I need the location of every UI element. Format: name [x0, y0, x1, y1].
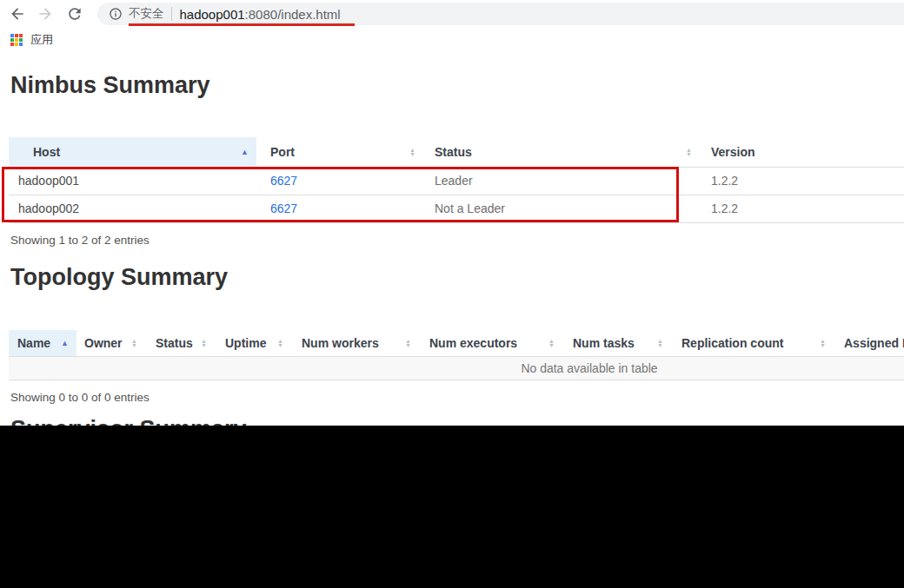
version-cell: 1.2.2 [702, 195, 904, 222]
column-header-uptime[interactable]: Uptime ▲▼ [217, 330, 294, 356]
column-header-status[interactable]: Status ▲▼ [426, 137, 702, 167]
no-data-message: No data available in table [9, 356, 904, 380]
apps-label: 应用 [30, 32, 53, 48]
address-bar[interactable]: 不安全 hadoop001:8080/index.html [97, 3, 904, 25]
apps-grid-icon [10, 34, 23, 46]
column-header-owner[interactable]: Owner ▲▼ [76, 330, 148, 356]
forward-button[interactable] [35, 3, 56, 24]
version-cell: 1.2.2 [702, 167, 904, 195]
column-header-num-tasks[interactable]: Num tasks ▲▼ [565, 330, 674, 356]
apps-shortcut[interactable]: 应用 [10, 32, 53, 48]
sort-icon: ▲▼ [405, 338, 411, 347]
topology-entries-info: Showing 0 to 0 of 0 entries [10, 391, 150, 404]
sort-icon: ▲▼ [277, 338, 283, 347]
nimbus-entries-info: Showing 1 to 2 of 2 entries [10, 234, 150, 247]
column-header-version[interactable]: Version [702, 137, 904, 167]
browser-window: 不安全 hadoop001:8080/index.html 应用 Nimbus … [0, 0, 904, 588]
blackout-region [0, 426, 904, 588]
column-header-num-workers[interactable]: Num workers ▲▼ [294, 330, 422, 356]
column-header-assigned-mem[interactable]: Assigned Mem (MB) [836, 330, 904, 356]
not-secure-label: 不安全 [129, 6, 164, 22]
info-icon[interactable] [109, 7, 123, 21]
nimbus-header-row: Host ▲ Port ▲▼ Status ▲▼ Version [9, 137, 904, 167]
column-header-replication-count[interactable]: Replication count ▲▼ [674, 330, 836, 356]
annotation-url-underline [129, 23, 355, 26]
sort-icon: ▲▼ [686, 147, 692, 156]
url-path: :8080/index.html [245, 7, 341, 22]
column-header-host[interactable]: Host ▲ [9, 137, 256, 167]
back-arrow-icon [7, 5, 28, 23]
column-header-port[interactable]: Port ▲▼ [256, 137, 426, 167]
sort-icon: ▲▼ [820, 338, 826, 347]
empty-table-row: No data available in table [9, 356, 904, 380]
annotation-red-box [2, 167, 679, 222]
browser-toolbar: 不安全 hadoop001:8080/index.html [0, 0, 904, 28]
back-button[interactable] [7, 3, 28, 24]
sort-icon: ▲▼ [131, 338, 137, 347]
sort-icon: ▲▼ [657, 338, 663, 347]
refresh-button[interactable] [64, 3, 85, 24]
sort-asc-icon: ▲ [61, 339, 69, 347]
sort-asc-icon: ▲ [241, 148, 249, 156]
column-header-name[interactable]: Name ▲ [9, 330, 76, 356]
column-header-status[interactable]: Status ▲▼ [148, 330, 217, 356]
url-text: hadoop001:8080/index.html [180, 7, 341, 22]
bookmarks-bar: 应用 [0, 28, 904, 52]
sort-icon: ▲▼ [409, 147, 415, 156]
url-host: hadoop001 [180, 7, 245, 22]
nimbus-summary-title: Nimbus Summary [10, 73, 210, 99]
topology-summary-title: Topology Summary [10, 265, 228, 291]
sort-icon: ▲▼ [201, 338, 207, 347]
topology-header-row: Name ▲ Owner ▲▼ Status ▲▼ Uptime ▲▼ Num … [9, 330, 904, 356]
address-bar-divider [171, 7, 172, 21]
refresh-icon [64, 5, 85, 23]
sort-icon: ▲▼ [548, 338, 555, 347]
column-header-num-executors[interactable]: Num executors ▲▼ [422, 330, 565, 356]
forward-arrow-icon [35, 5, 56, 23]
topology-summary-table: Name ▲ Owner ▲▼ Status ▲▼ Uptime ▲▼ Num … [9, 330, 904, 380]
